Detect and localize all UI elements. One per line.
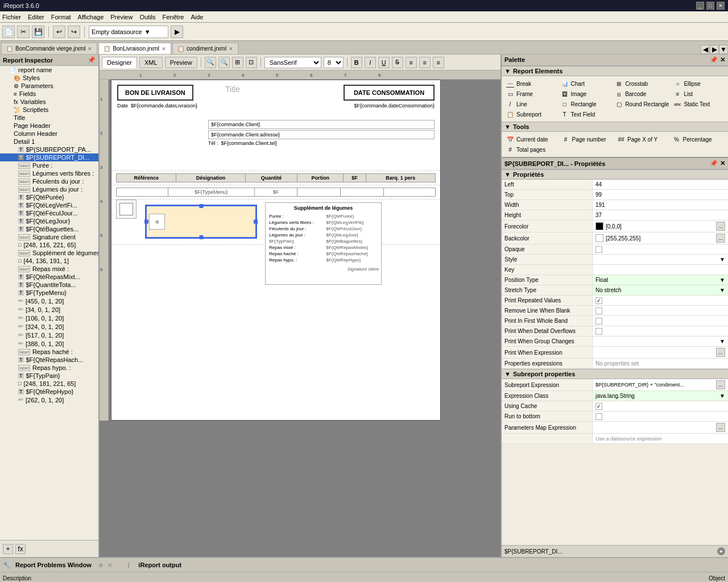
tree-qte-rep-hypo[interactable]: T $F{QtéRepHypo} bbox=[0, 388, 98, 396]
menu-editer[interactable]: Editer bbox=[28, 14, 44, 20]
zoom-in-btn[interactable]: 🔍 bbox=[205, 57, 216, 68]
tree-typ-pain[interactable]: T $F{TypPain} bbox=[0, 372, 98, 380]
menu-outils[interactable]: Outils bbox=[139, 14, 155, 20]
tab-bonlivraison[interactable]: 📋 BonLivraison.jrxml ✕ bbox=[98, 43, 171, 54]
tree-styles[interactable]: 🎨 Styles bbox=[0, 74, 98, 82]
font-size-select[interactable]: 8 bbox=[324, 57, 344, 68]
tab-close-condiment[interactable]: ✕ bbox=[229, 46, 233, 52]
opaque-checkbox[interactable] bbox=[595, 246, 602, 253]
maximize-btn[interactable]: □ bbox=[706, 2, 714, 10]
menu-format[interactable]: Format bbox=[51, 14, 71, 20]
zoom-out-btn[interactable]: 🔍 bbox=[218, 57, 230, 68]
tree-repas-mixe[interactable]: label Repas mixé : bbox=[0, 265, 98, 273]
tree-rect-248[interactable]: □ [248, 116, 221, 65] bbox=[0, 241, 98, 249]
position-type-dropdown-arrow[interactable]: ▼ bbox=[719, 277, 725, 283]
tree-qte-repas-hach[interactable]: T $F{QtéRepasHach... bbox=[0, 356, 98, 364]
subreport-expr-btn[interactable]: ... bbox=[716, 380, 725, 389]
tree-title[interactable]: Title bbox=[0, 114, 98, 122]
tree-line-517[interactable]: ✏ [517, 0, 1, 20] bbox=[0, 331, 98, 339]
palette-list[interactable]: ≡ List bbox=[671, 89, 726, 99]
xml-mode-btn[interactable]: XML bbox=[139, 57, 163, 68]
menu-fenetre[interactable]: Fenêtre bbox=[163, 14, 184, 20]
forecolor-btn[interactable]: ... bbox=[716, 222, 725, 231]
print-detail-overflow-checkbox[interactable] bbox=[595, 328, 602, 335]
menu-aide[interactable]: Aide bbox=[191, 14, 203, 20]
cut-btn[interactable]: ✂ bbox=[17, 26, 30, 38]
style-dropdown-arrow[interactable]: ▼ bbox=[719, 256, 725, 263]
props-section-proprietes[interactable]: ▼ Propriétés bbox=[502, 169, 728, 180]
palette-total-pages[interactable]: # Total pages bbox=[504, 144, 560, 155]
palette-static-text[interactable]: abc Static Text bbox=[671, 99, 726, 109]
tree-variables[interactable]: fx Variables bbox=[0, 98, 98, 106]
tree-scriptlets[interactable]: 📜 Scriptlets bbox=[0, 106, 98, 114]
tree-qte-puree[interactable]: T $F{QtéPurée} bbox=[0, 193, 98, 201]
font-select[interactable]: SansSerif bbox=[264, 57, 321, 68]
tree-qte-repas-mixt[interactable]: T $F{QtéRepasMixt... bbox=[0, 273, 98, 281]
tree-detail1[interactable]: Detail 1 bbox=[0, 138, 98, 146]
run-to-bottom-checkbox[interactable] bbox=[595, 413, 602, 420]
palette-frame[interactable]: ▭ Frame bbox=[504, 89, 559, 99]
align-right-btn[interactable]: ≡ bbox=[433, 57, 444, 68]
designer-mode-btn[interactable]: Designer bbox=[102, 57, 137, 68]
selected-subreport[interactable]: ⊞ bbox=[146, 205, 257, 238]
tab-close-boncommande[interactable]: ✕ bbox=[88, 46, 92, 52]
palette-ellipse[interactable]: ○ Ellipse bbox=[671, 78, 726, 89]
minimize-btn[interactable]: _ bbox=[696, 2, 704, 10]
tab-nav-left[interactable]: ◀ bbox=[701, 45, 710, 54]
tree-rect-248b[interactable]: □ [248, 181, 221, 65] bbox=[0, 380, 98, 388]
tree-col-header[interactable]: Column Header bbox=[0, 130, 98, 138]
tree-qte-baguettes[interactable]: T $F{QtéBaguettes... bbox=[0, 225, 98, 233]
strikethrough-btn[interactable]: S̶ bbox=[392, 57, 403, 68]
backcolor-btn[interactable]: ... bbox=[716, 234, 725, 243]
tree-rect-44[interactable]: □ [44, 136, 191, 1] bbox=[0, 257, 98, 265]
palette-pin-icon[interactable]: 📌 bbox=[710, 56, 718, 64]
palette-report-elements-header[interactable]: ▼ Report Elements bbox=[502, 66, 728, 76]
preview-mode-btn[interactable]: Preview bbox=[165, 57, 197, 68]
tree-qte-legvert[interactable]: T $F{QtéLegVertFi... bbox=[0, 201, 98, 209]
tree-line-324[interactable]: ✏ [324, 0, 1, 20] bbox=[0, 322, 98, 331]
props-close-icon[interactable]: ✕ bbox=[720, 160, 725, 167]
tree-feculents[interactable]: label Féculents du jour : bbox=[0, 177, 98, 185]
undo-btn[interactable]: ↩ bbox=[53, 26, 65, 38]
new-btn[interactable]: 📄 bbox=[2, 26, 15, 38]
tree-qte-leg[interactable]: T $F{QtéLegJour} bbox=[0, 217, 98, 225]
palette-round-rectangle[interactable]: ▢ Round Rectangle bbox=[613, 99, 671, 109]
tab-close-bonlivraison[interactable]: ✕ bbox=[162, 46, 166, 52]
tree-repas-hypo[interactable]: label Repas hypo. : bbox=[0, 364, 98, 372]
stretch-type-dropdown-arrow[interactable]: ▼ bbox=[719, 287, 725, 293]
palette-text-field[interactable]: T Text Field bbox=[559, 109, 613, 119]
print-when-expr-btn[interactable]: ... bbox=[716, 348, 725, 357]
save-btn[interactable]: 💾 bbox=[32, 26, 44, 38]
props-pin-icon[interactable]: 📌 bbox=[710, 160, 718, 167]
using-cache-checkbox[interactable] bbox=[595, 403, 602, 410]
tree-subreport-pa[interactable]: T $P{SUBREPORT_PA... bbox=[0, 146, 98, 153]
close-btn[interactable]: ✕ bbox=[717, 2, 725, 10]
zoom-actual-btn[interactable]: ⊡ bbox=[246, 57, 257, 68]
inspector-add-btn[interactable]: + bbox=[3, 544, 13, 554]
palette-barcode[interactable]: ||| Barcode bbox=[613, 89, 671, 99]
tree-line-262[interactable]: ✏ [262, 0, 1, 20] bbox=[0, 396, 98, 404]
zoom-fit-btn[interactable]: ⊞ bbox=[232, 57, 243, 68]
group-changes-dropdown-arrow[interactable]: ▼ bbox=[719, 338, 725, 344]
tree-qte-total[interactable]: T $F{QuantiteTota... bbox=[0, 281, 98, 289]
align-left-btn[interactable]: ≡ bbox=[406, 57, 417, 68]
tree-qte-fecul[interactable]: T $F{QtéFéculJour... bbox=[0, 209, 98, 217]
palette-subreport[interactable]: 📋 Subreport bbox=[504, 109, 559, 119]
canvas-area[interactable]: 1 2 3 4 5 6 7 8 1 2 3 4 5 6 bbox=[100, 70, 500, 557]
run-btn[interactable]: ▶ bbox=[171, 26, 183, 38]
props-section-subreport[interactable]: ▼ Subreport properties bbox=[502, 369, 728, 379]
palette-page-x-of-y[interactable]: ## Page X of Y bbox=[615, 134, 671, 144]
menu-affichage[interactable]: Affichage bbox=[78, 14, 104, 20]
tree-puree[interactable]: label Purée : bbox=[0, 161, 98, 169]
tree-signature[interactable]: label Signature client bbox=[0, 233, 98, 241]
menu-fichier[interactable]: Fichier bbox=[2, 14, 21, 20]
tree-legumes-jour[interactable]: label Légumes du jour : bbox=[0, 185, 98, 193]
tree-line-34[interactable]: ✏ [34, 0, 1, 20] bbox=[0, 305, 98, 314]
tab-condiment[interactable]: 📋 condiment.jrxml ✕ bbox=[172, 43, 238, 54]
inspector-fx-btn[interactable]: fx bbox=[15, 544, 26, 554]
print-first-band-checkbox[interactable] bbox=[595, 318, 602, 325]
palette-page-number[interactable]: # Page number bbox=[560, 134, 615, 144]
tree-type-menu[interactable]: T $F{TypeMenu} bbox=[0, 289, 98, 297]
tree-parameters[interactable]: ⚙ Parameters bbox=[0, 82, 98, 90]
align-center-btn[interactable]: ≡ bbox=[419, 57, 431, 68]
